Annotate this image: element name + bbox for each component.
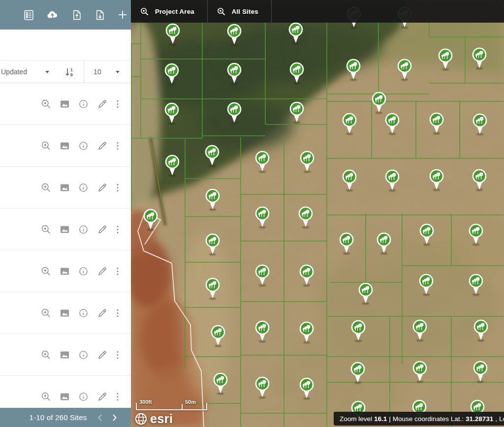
latitude-value: 31.28731: [466, 415, 493, 423]
file-upload-icon[interactable]: [71, 9, 82, 21]
photos-icon[interactable]: [60, 99, 70, 109]
info-icon[interactable]: [78, 392, 89, 402]
zoom-to-site-icon[interactable]: [41, 266, 51, 276]
all-sites-label: All Sites: [232, 8, 258, 15]
file-download-icon[interactable]: [94, 9, 105, 21]
zoom-in-icon: [217, 7, 225, 16]
sidebar-search-area: [0, 30, 131, 60]
zoom-to-site-icon[interactable]: [41, 224, 51, 235]
photos-icon[interactable]: [60, 350, 70, 360]
more-options-icon[interactable]: [116, 308, 120, 318]
svg-text:1: 1: [70, 67, 73, 72]
more-options-icon[interactable]: [116, 266, 120, 276]
zoom-to-site-icon[interactable]: [41, 141, 51, 151]
scale-imperial-label: 300ft: [139, 399, 152, 405]
site-list-item[interactable]: [0, 292, 131, 334]
site-list-item[interactable]: [0, 250, 131, 292]
map-toolbar: Project Area All Sites: [131, 0, 504, 23]
zoom-to-site-icon[interactable]: [41, 99, 51, 109]
previous-page-button[interactable]: [93, 414, 107, 422]
info-icon[interactable]: [78, 99, 89, 109]
zoom-to-all-sites-button[interactable]: All Sites: [208, 0, 271, 23]
site-list-item[interactable]: [0, 376, 131, 408]
edit-icon[interactable]: [97, 99, 107, 109]
photos-icon[interactable]: [60, 308, 70, 318]
edit-icon[interactable]: [97, 224, 107, 235]
zoom-to-site-icon[interactable]: [41, 308, 51, 318]
add-icon[interactable]: [117, 9, 128, 20]
form-list-icon[interactable]: [23, 9, 34, 21]
map-terrain: [131, 0, 504, 427]
chevron-down-icon[interactable]: [45, 71, 49, 73]
zoom-level-value: 16.1: [374, 415, 387, 423]
map-attribution: esri: [134, 412, 173, 426]
sites-sidebar: Updated 1 9 10: [0, 0, 131, 427]
edit-icon[interactable]: [97, 141, 107, 151]
site-list-item[interactable]: [0, 209, 131, 250]
info-icon[interactable]: [78, 350, 89, 360]
site-list-item[interactable]: [0, 167, 131, 209]
info-icon[interactable]: [78, 141, 89, 151]
pagination-label: 1-10 of 260 Sites: [30, 413, 87, 422]
status-divider: |: [389, 415, 391, 423]
scale-metric-label: 50m: [185, 399, 196, 405]
esri-logo-text[interactable]: esri: [150, 412, 173, 426]
satellite-map: [131, 0, 504, 427]
longitude-label: Long.:: [499, 415, 504, 423]
divider: [271, 0, 272, 23]
more-options-icon[interactable]: [116, 183, 120, 193]
edit-icon[interactable]: [97, 350, 107, 360]
edit-icon[interactable]: [97, 308, 107, 318]
site-list-item[interactable]: [0, 334, 131, 376]
cloud-upload-icon[interactable]: [46, 9, 59, 20]
photos-icon[interactable]: [60, 266, 70, 276]
sidebar-toolbar: [0, 0, 131, 30]
site-list-item[interactable]: [0, 83, 131, 125]
zoom-to-site-icon[interactable]: [41, 350, 51, 360]
zoom-to-project-area-button[interactable]: Project Area: [131, 0, 207, 23]
more-options-icon[interactable]: [116, 224, 120, 235]
map-scale-bar: 300ft 50m: [136, 399, 210, 412]
more-options-icon[interactable]: [116, 141, 120, 151]
edit-icon[interactable]: [97, 183, 107, 193]
zoom-level-label: Zoom level: [340, 415, 372, 423]
info-icon[interactable]: [78, 183, 89, 193]
sort-filter-bar: Updated 1 9 10: [0, 60, 131, 83]
comma: ,: [495, 415, 497, 423]
edit-icon[interactable]: [97, 392, 107, 402]
more-options-icon[interactable]: [116, 392, 120, 402]
more-options-icon[interactable]: [116, 99, 120, 109]
zoom-in-icon: [140, 7, 149, 16]
photos-icon[interactable]: [60, 224, 70, 235]
photos-icon[interactable]: [60, 141, 70, 151]
divider: [84, 61, 84, 83]
site-list: [0, 83, 131, 408]
edit-icon[interactable]: [97, 266, 107, 276]
project-area-label: Project Area: [155, 8, 194, 15]
zoom-to-site-icon[interactable]: [41, 183, 51, 193]
photos-icon[interactable]: [60, 183, 70, 193]
zoom-to-site-icon[interactable]: [41, 392, 51, 402]
sort-field-select[interactable]: Updated: [1, 68, 27, 76]
info-icon[interactable]: [78, 308, 89, 318]
page-size-select[interactable]: 10: [94, 68, 101, 76]
photos-icon[interactable]: [60, 392, 70, 402]
more-options-icon[interactable]: [116, 350, 120, 360]
map-status-bar: Zoom level 16.1 | Mouse coordinates Lat.…: [334, 412, 504, 426]
coordinates-label: Mouse coordinates Lat.:: [393, 415, 464, 423]
svg-text:9: 9: [70, 72, 73, 77]
pagination-bar: 1-10 of 260 Sites: [0, 408, 131, 427]
next-page-button[interactable]: [107, 414, 122, 422]
chevron-down-icon[interactable]: [116, 71, 120, 73]
map-canvas[interactable]: Project Area All Sites 300ft 50m esri: [131, 0, 504, 427]
sort-numeric-ascending-icon[interactable]: 1 9: [64, 66, 76, 79]
site-list-item[interactable]: [0, 125, 131, 167]
info-icon[interactable]: [78, 224, 89, 235]
info-icon[interactable]: [78, 266, 89, 276]
esri-globe-icon: [134, 412, 148, 426]
